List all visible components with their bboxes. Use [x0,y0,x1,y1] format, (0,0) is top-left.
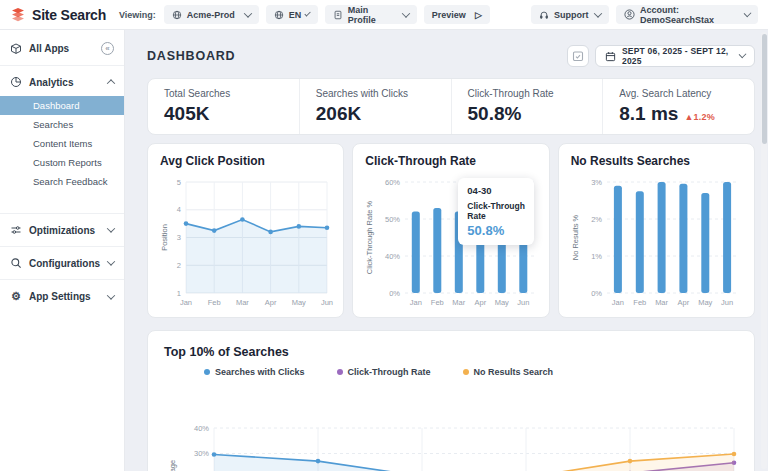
support-dropdown[interactable]: Support [531,5,609,24]
avg-click-position-card: Avg Click Position 12345JanFebMarAprMayJ… [147,143,344,318]
sidebar-item-custom-reports[interactable]: Custom Reports [0,153,124,172]
environment-dropdown[interactable]: Acme-Prod [164,5,259,24]
legend-dot-purple [337,369,343,375]
chevron-up-icon [107,79,115,87]
chart-tooltip: 04-30 Click-Through Rate 50.8% [458,178,534,245]
preview-button[interactable]: Preview ▷ [424,5,490,24]
preview-label: Preview [432,10,466,20]
svg-text:60%: 60% [385,178,400,187]
vertical-scrollbar[interactable] [761,32,767,469]
tooltip-label: Click-Through Rate [467,201,525,221]
sidebar-group-app-settings[interactable]: ⚙ App Settings [0,282,124,311]
svg-text:Jun: Jun [321,298,333,307]
no-results-searches-card: No Results Searches 0%1%2%3%JanFebMarApr… [558,143,755,318]
top-searches-chart[interactable]: 0%10%20%30%40%Percentage [164,397,738,471]
chevron-down-icon [107,224,115,232]
calendar-icon [605,51,616,62]
legend-dot-orange [463,369,469,375]
sidebar-item-content-items[interactable]: Content Items [0,134,124,153]
stat-total-searches: Total Searches 405K [148,79,299,134]
svg-text:Mar: Mar [236,298,249,307]
profile-dropdown[interactable]: Main Profile [325,5,417,24]
legend-item-searches-with-clicks[interactable]: Searches with Clicks [204,367,305,377]
chevron-down-icon [594,9,602,17]
scrollbar-thumb[interactable] [762,34,767,144]
document-icon [333,10,343,20]
legend-item-click-through-rate[interactable]: Click-Through Rate [337,367,431,377]
chart-title: Click-Through Rate [365,154,536,168]
support-label: Support [554,10,589,20]
sidebar-item-all-apps[interactable]: All Apps « [0,34,124,63]
brand[interactable]: Site Search [10,7,113,23]
analytics-label: Analytics [29,77,73,88]
svg-text:0%: 0% [591,289,602,298]
sidebar-group-optimizations[interactable]: Optimizations [0,216,124,244]
svg-text:Position: Position [160,224,169,251]
account-dropdown[interactable]: Account: DemoSearchStax [616,5,758,24]
globe-icon [274,10,284,20]
search-icon [10,257,22,269]
legend-dot-blue [204,369,210,375]
calendar-check-button[interactable] [567,45,589,67]
stat-value: 8.1 ms [619,103,678,125]
site-search-app: Site Search Viewing: Acme-Prod EN [0,0,768,471]
topbar: Site Search Viewing: Acme-Prod EN [0,0,768,30]
svg-text:Jun: Jun [518,298,530,307]
svg-text:Feb: Feb [208,298,221,307]
sidebar-collapse-icon[interactable]: « [101,42,114,55]
stat-value: 50.8% [468,103,587,125]
profile-value: Main Profile [348,5,398,25]
avg-click-position-chart[interactable]: 12345JanFebMarAprMayJunPosition [156,176,335,309]
svg-text:3%: 3% [591,178,602,187]
chevron-down-icon [305,10,312,17]
chart-legend: Searches with Clicks Click-Through Rate … [204,367,738,377]
sidebar-item-search-feedback[interactable]: Search Feedback [0,172,124,191]
svg-text:May: May [292,298,306,307]
tooltip-date: 04-30 [467,185,525,196]
svg-text:1%: 1% [591,252,602,261]
svg-text:Jan: Jan [180,298,192,307]
chevron-down-icon [244,9,252,17]
tooltip-value: 50.8% [467,223,525,238]
svg-text:30%: 30% [194,449,209,458]
svg-text:2: 2 [177,261,181,270]
sidebar-item-searches[interactable]: Searches [0,115,124,134]
svg-text:Apr: Apr [475,298,487,307]
svg-text:May: May [495,298,509,307]
svg-text:Feb: Feb [431,298,444,307]
svg-text:Feb: Feb [633,298,646,307]
svg-text:50%: 50% [385,215,400,224]
svg-text:Jun: Jun [721,298,733,307]
chart-title: Avg Click Position [160,154,331,168]
chart-title: No Results Searches [571,154,742,168]
no-results-searches-chart[interactable]: 0%1%2%3%JanFebMarAprMayJunNo Results % [567,176,746,309]
legend-label: Click-Through Rate [348,367,431,377]
chart-title: Top 10% of Searches [164,345,738,359]
configurations-label: Configurations [29,258,100,269]
language-dropdown[interactable]: EN [266,5,318,24]
all-apps-label: All Apps [29,43,69,54]
svg-text:Mar: Mar [655,298,668,307]
environment-value: Acme-Prod [187,10,235,20]
svg-text:Apr: Apr [677,298,689,307]
stat-avg-search-latency: Avg. Search Latency 8.1 ms ▲1.2% [602,79,754,134]
chevron-down-icon [738,51,746,59]
svg-text:1: 1 [177,289,181,298]
play-icon: ▷ [475,10,482,20]
brand-logo-icon [10,7,26,23]
stat-searches-with-clicks: Searches with Clicks 206K [299,79,451,134]
date-range-value: SEPT 06, 2025 - SEPT 12, 2025 [622,46,734,66]
viewing-label: Viewing: [119,10,156,20]
svg-text:Jan: Jan [410,298,422,307]
svg-text:Apr: Apr [265,298,277,307]
sidebar-group-analytics[interactable]: Analytics [0,68,124,96]
legend-item-no-results-search[interactable]: No Results Search [463,367,554,377]
language-value: EN [289,10,302,20]
gear-icon: ⚙ [10,290,22,303]
svg-text:Mar: Mar [453,298,466,307]
top-searches-card: Top 10% of Searches Searches with Clicks… [147,330,755,471]
svg-text:May: May [698,298,712,307]
date-range-picker[interactable]: SEPT 06, 2025 - SEPT 12, 2025 [595,45,755,67]
sidebar-group-configurations[interactable]: Configurations [0,249,124,277]
sidebar-item-dashboard[interactable]: Dashboard [0,96,124,115]
